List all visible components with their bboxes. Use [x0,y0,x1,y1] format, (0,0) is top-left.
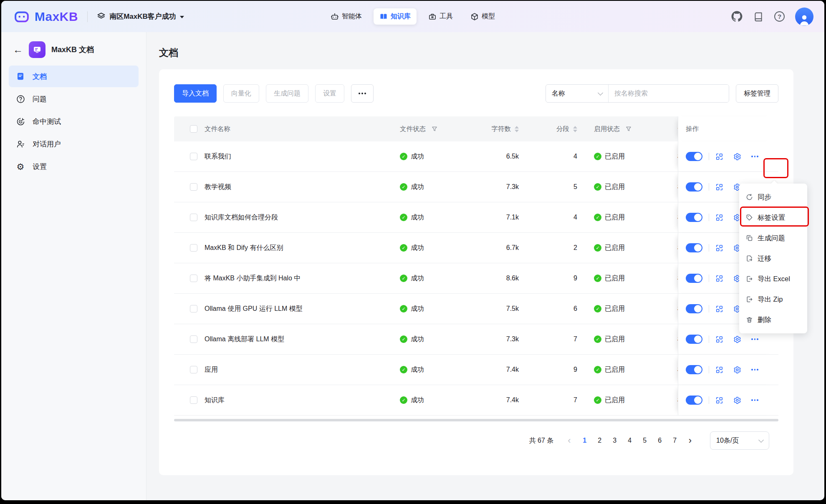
help-icon[interactable] [774,11,785,22]
context-menu-item[interactable]: 迁移 [739,248,807,269]
row-checkbox[interactable] [190,396,197,404]
import-document-button[interactable]: 导入文档 [174,84,217,103]
page-number-1[interactable]: 1 [578,434,591,447]
settings-gear-icon[interactable] [733,335,741,343]
search-field-select[interactable]: 名称 [546,85,609,102]
enabled-check-icon: ✓ [594,214,601,221]
context-menu-item[interactable]: 导出 Zip [739,289,807,310]
row-checkbox[interactable] [190,335,197,343]
filter-icon[interactable] [626,126,631,132]
enable-toggle[interactable] [686,335,702,344]
github-icon[interactable] [731,11,743,22]
brand-logo[interactable]: MaxKB [13,8,78,25]
sidebar-item-settings[interactable]: ⚙ 设置 [9,156,139,177]
search-input[interactable] [609,85,729,102]
enable-toggle[interactable] [686,396,702,405]
settings-gear-icon[interactable] [733,153,741,161]
row-checkbox[interactable] [190,153,197,160]
sort-icon[interactable] [573,126,577,132]
doc-name[interactable]: 知识库 [197,396,400,405]
enable-toggle[interactable] [686,243,702,252]
nav-knowledge-base[interactable]: 知识库 [374,8,417,25]
horizontal-scrollbar[interactable] [174,419,778,421]
vectorize-icon[interactable] [715,183,723,191]
page-number-6[interactable]: 6 [654,434,666,447]
doc-name[interactable]: 知识库文档如何合理分段 [197,213,400,222]
page-number-2[interactable]: 2 [594,434,606,447]
status-text: 成功 [411,305,424,313]
context-menu-item[interactable]: 删除 [739,310,807,330]
prev-page-button[interactable]: ‹ [564,436,574,445]
context-menu-item[interactable]: 生成问题 [739,228,807,248]
enable-toggle[interactable] [686,182,702,192]
page-number-5[interactable]: 5 [639,434,651,447]
enable-toggle[interactable] [686,274,702,283]
copy-icon [746,234,753,242]
settings-button[interactable]: 设置 [315,84,344,103]
doc-name[interactable]: Ollama 离线部署 LLM 模型 [197,335,400,344]
success-check-icon: ✓ [400,153,407,160]
row-checkbox[interactable] [190,214,197,221]
more-button[interactable] [351,84,374,103]
context-menu-item[interactable]: 同步 [739,187,807,207]
nav-models[interactable]: 模型 [465,8,501,25]
context-menu-item-highlighted[interactable]: 标签设置 [739,207,807,228]
vectorize-icon[interactable] [715,305,723,313]
generate-questions-button[interactable]: 生成问题 [266,84,308,103]
sidebar-item-chat-users[interactable]: 对话用户 [9,133,139,155]
vectorize-icon[interactable] [715,214,723,222]
doc-name[interactable]: 将 MaxKB 小助手集成到 Halo 中 [197,274,400,283]
vectorize-icon[interactable] [715,396,723,404]
select-all-checkbox[interactable] [190,125,197,133]
doc-name[interactable]: 联系我们 [197,152,400,161]
row-checkbox[interactable] [190,366,197,373]
back-arrow-icon[interactable]: ← [13,45,23,55]
settings-gear-icon[interactable] [733,366,741,374]
nav-tools[interactable]: 工具 [422,8,459,25]
vectorize-icon[interactable] [715,335,723,343]
knowledge-base-title: MaxKB 文档 [51,45,94,55]
enable-toggle[interactable] [686,213,702,222]
enable-toggle[interactable] [686,304,702,313]
workspace-switcher[interactable]: 南区MaxKB客户成功 [97,12,184,21]
page-title: 文档 [159,46,793,59]
enable-toggle[interactable] [686,152,702,161]
sidebar-item-questions[interactable]: 问题 [9,88,139,110]
header-enabled-status: 启用状态 [594,125,620,134]
row-more-actions-button[interactable] [751,338,758,340]
nav-agents[interactable]: 智能体 [325,8,368,25]
sidebar-item-documents[interactable]: 文档 [9,66,139,87]
user-avatar[interactable] [795,8,813,26]
sort-icon[interactable] [515,126,519,132]
context-menu-item[interactable]: 导出 Excel [739,269,807,289]
page-numbers: 1234567 [578,434,681,447]
row-more-actions-button[interactable] [751,156,758,157]
row-more-actions-button[interactable] [751,369,758,370]
row-checkbox[interactable] [190,183,197,191]
vectorize-icon[interactable] [715,366,723,374]
filter-icon[interactable] [432,126,437,132]
next-page-button[interactable]: › [685,436,695,445]
vectorize-button[interactable]: 向量化 [223,84,259,103]
page-number-7[interactable]: 7 [669,434,681,447]
page-number-4[interactable]: 4 [624,434,636,447]
row-checkbox[interactable] [190,305,197,312]
page-number-3[interactable]: 3 [609,434,621,447]
tag-manage-button[interactable]: 标签管理 [736,84,778,103]
doc-name[interactable]: Ollama 使用 GPU 运行 LLM 模型 [197,305,400,313]
settings-gear-icon[interactable] [733,396,741,404]
vectorize-icon[interactable] [715,153,723,161]
book-icon [379,13,388,21]
row-more-actions-button[interactable] [751,399,758,401]
row-checkbox[interactable] [190,275,197,282]
enable-toggle[interactable] [686,365,702,374]
row-checkbox[interactable] [190,244,197,252]
vectorize-icon[interactable] [715,244,723,252]
page-size-select[interactable]: 10条/页 [710,431,769,450]
sidebar-item-hit-test[interactable]: 命中测试 [9,111,139,132]
doc-name[interactable]: MaxKB 和 Dify 有什么区别 [197,244,400,252]
docs-icon[interactable] [753,11,764,22]
vectorize-icon[interactable] [715,275,723,282]
doc-name[interactable]: 教学视频 [197,183,400,192]
doc-name[interactable]: 应用 [197,365,400,374]
